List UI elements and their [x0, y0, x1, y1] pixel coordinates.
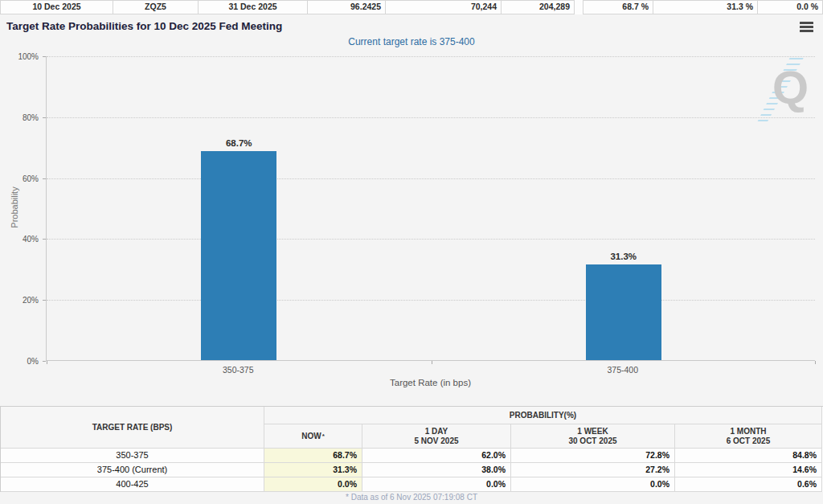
col-header-period-1: 1 WEEK30 OCT 2025 — [511, 424, 675, 449]
quikstrike-watermark: Q — [746, 58, 809, 122]
period-header-line: 6 OCT 2025 — [727, 436, 770, 446]
cell-1day-row0: 62.0% — [362, 449, 511, 463]
gridline-100% — [47, 56, 815, 57]
cell-1day-row2: 0.0% — [362, 477, 511, 492]
cell-1day-row1: 38.0% — [362, 463, 511, 477]
strip-cell-1: ZQZ5 — [113, 0, 199, 14]
x-tick-label-375-400: 375-400 — [607, 365, 638, 375]
hamburger-menu-icon[interactable] — [800, 22, 813, 32]
strip-cell-5: 204,289 — [502, 0, 575, 14]
meetings-strip-row[interactable]: 10 Dec 2025ZQZ531 Dec 202596.242570,2442… — [0, 0, 823, 14]
page-title: Target Rate Probabilities for 10 Dec 202… — [6, 20, 282, 32]
period-header-line: 5 NOV 2025 — [414, 436, 458, 446]
y-tick-label-80%: 80% — [23, 113, 39, 121]
cell-1month-row2: 0.6% — [675, 477, 822, 492]
gridline-60% — [47, 178, 815, 179]
y-tick-label-100%: 100% — [18, 52, 39, 61]
data-as-of-note: * Data as of 6 Nov 2025 07:19:08 CT — [0, 493, 823, 502]
now-asterisk: * — [322, 432, 325, 441]
x-tick-mark — [815, 361, 816, 364]
cell-1week-row0: 72.8% — [511, 449, 675, 463]
strip-cell-2: 31 Dec 2025 — [199, 0, 308, 14]
chart-subtitle: Current target rate is 375-400 — [0, 36, 823, 47]
hamburger-bar — [800, 26, 813, 28]
col-header-period-2: 1 MONTH6 OCT 2025 — [675, 424, 822, 449]
y-tick-label-60%: 60% — [23, 174, 39, 182]
strip-cell-4: 70,244 — [386, 0, 502, 14]
col-header-period-0: 1 DAY5 NOV 2025 — [362, 424, 511, 449]
bar-value-label-350-375: 68.7% — [226, 138, 252, 148]
plot-area: Q 68.7%31.3% — [46, 56, 815, 361]
strip-cell-6: 68.7 % — [583, 0, 653, 14]
cell-1week-row1: 27.2% — [511, 463, 675, 477]
period-header-line: 1 MONTH — [731, 427, 767, 436]
cell-1week-row2: 0.0% — [511, 477, 675, 492]
col-header-probability: PROBABILITY(%) — [264, 407, 822, 424]
period-header-line: 30 OCT 2025 — [568, 436, 616, 446]
x-tick-mark — [47, 361, 47, 364]
y-tick-label-0%: 0% — [27, 357, 39, 366]
gridline-80% — [47, 117, 815, 118]
y-axis: 0%20%40%60%80%100% — [0, 56, 46, 361]
probability-table: TARGET RATE (BPS) PROBABILITY(%) NOW* 1 … — [0, 406, 823, 492]
strip-cell-3: 96.2425 — [308, 0, 386, 14]
cell-rate-row2: 400-425 — [1, 477, 264, 492]
hamburger-bar — [800, 22, 813, 24]
gridline-20% — [47, 300, 815, 301]
cell-now-row2: 0.0% — [264, 477, 362, 492]
x-axis-labels: 350-375375-400 — [0, 365, 823, 376]
hamburger-bar — [800, 30, 813, 32]
period-header-line: 1 WEEK — [577, 427, 608, 436]
col-header-target-rate: TARGET RATE (BPS) — [1, 407, 264, 449]
bar-375-400[interactable] — [586, 264, 661, 360]
cell-1month-row1: 14.6% — [675, 463, 822, 477]
y-tick-label-20%: 20% — [23, 296, 39, 305]
gridline-40% — [47, 239, 815, 240]
y-tick-mark — [43, 361, 46, 362]
y-tick-label-40%: 40% — [23, 235, 39, 244]
cell-rate-row0: 350-375 — [1, 449, 264, 463]
strip-cell-0: 10 Dec 2025 — [0, 0, 113, 14]
x-axis-title: Target Rate (in bps) — [46, 378, 815, 387]
x-tick-label-350-375: 350-375 — [223, 365, 254, 375]
strip-cell-8: 0.0 % — [758, 0, 823, 14]
cell-1month-row0: 84.8% — [675, 449, 822, 463]
watermark-q-letter: Q — [772, 64, 809, 111]
cell-rate-row1: 375-400 (Current) — [1, 463, 264, 477]
cell-now-row1: 31.3% — [264, 463, 362, 477]
bar-350-375[interactable] — [201, 151, 276, 360]
x-tick-mark — [432, 361, 432, 364]
cell-now-row0: 68.7% — [264, 449, 362, 463]
bar-value-label-375-400: 31.3% — [610, 252, 637, 261]
col-header-now: NOW* — [264, 424, 362, 449]
now-label: NOW — [301, 432, 321, 441]
period-header-line: 1 DAY — [425, 427, 448, 436]
strip-cell-7: 31.3 % — [653, 0, 758, 14]
